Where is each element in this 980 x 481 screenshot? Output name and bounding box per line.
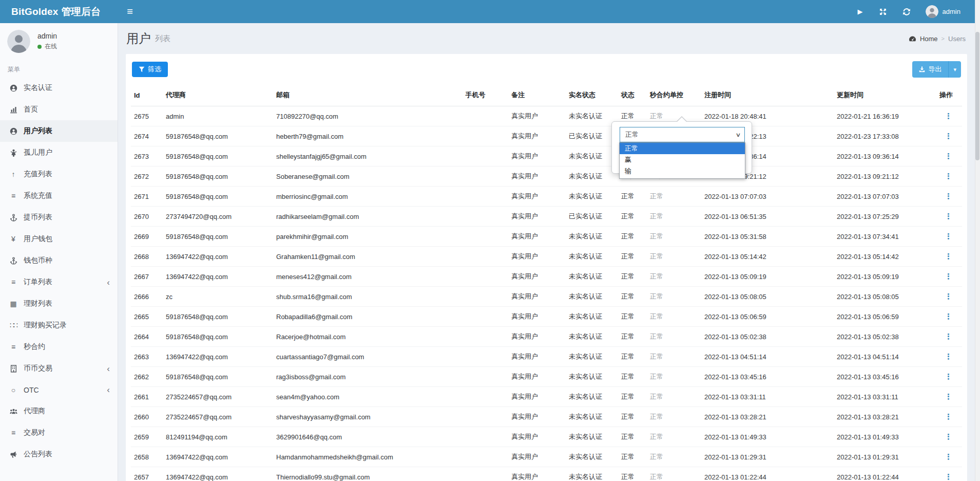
cell-actions: ⋮ xyxy=(936,227,962,247)
table-row: 2659812491194@qq.com3629901646@qq.com真实用… xyxy=(131,427,962,447)
row-actions-button[interactable]: ⋮ xyxy=(939,312,957,321)
table-row: 2669591876548@qq.comparekhmihir@gmail.co… xyxy=(131,227,962,247)
fullscreen-button[interactable] xyxy=(871,0,895,23)
cell-note: 真实用户 xyxy=(508,387,566,407)
cell-contract-control[interactable]: 正常 xyxy=(647,327,701,347)
cell-contract-control[interactable]: 正常 xyxy=(647,407,701,427)
row-actions-button[interactable]: ⋮ xyxy=(939,372,957,381)
cell-contract-control[interactable]: 正常 xyxy=(647,227,701,247)
cell-note: 真实用户 xyxy=(508,267,566,287)
row-actions-button[interactable]: ⋮ xyxy=(939,452,957,461)
sidebar-item-秒合约[interactable]: ≡秒合约 xyxy=(0,336,118,358)
cell-contract-control[interactable]: 正常 xyxy=(647,207,701,227)
cell-updated-at: 2022-01-13 05:06:59 xyxy=(834,307,936,327)
select-option-赢[interactable]: 赢 xyxy=(620,154,745,165)
sidebar-item-系统充值[interactable]: ≡系统充值 xyxy=(0,185,118,207)
cell-contract-control[interactable]: 正常 xyxy=(647,287,701,307)
cell-contract-control[interactable]: 正常 xyxy=(647,267,701,287)
cell-contract-control[interactable]: 正常 xyxy=(647,187,701,207)
sidebar-item-充值列表[interactable]: ↑充值列表 xyxy=(0,163,118,185)
sidebar-item-OTC[interactable]: ○OTC‹ xyxy=(0,379,118,400)
row-actions-button[interactable]: ⋮ xyxy=(939,412,957,421)
cell-contract-control[interactable]: 正常 xyxy=(647,387,701,407)
cell-contract-control[interactable]: 正常 xyxy=(647,367,701,387)
cell-created-at: 2022-01-13 06:51:35 xyxy=(701,207,834,227)
sidebar-item-币币交易[interactable]: 币币交易‹ xyxy=(0,358,118,379)
cell-contract-control[interactable]: 正常 xyxy=(647,427,701,447)
breadcrumb-home-link[interactable]: Home xyxy=(920,35,938,43)
row-actions-button[interactable]: ⋮ xyxy=(939,272,957,281)
play-button[interactable]: ▶ xyxy=(850,0,871,23)
cell-status: 正常 xyxy=(618,187,647,207)
cell-created-at: 2022-01-13 07:07:03 xyxy=(701,187,834,207)
table-row: 2666zcshub.srma16@gmail.com真实用户未实名认证正常正常… xyxy=(131,287,962,307)
sidebar-item-订单列表[interactable]: ≡订单列表‹ xyxy=(0,271,118,293)
cell-contract-control[interactable]: 正常 xyxy=(647,467,701,481)
row-actions-button[interactable]: ⋮ xyxy=(939,432,957,441)
row-actions-button[interactable]: ⋮ xyxy=(939,152,957,160)
page-subtitle: 列表 xyxy=(155,34,170,44)
export-button[interactable]: 导出 xyxy=(912,61,948,78)
filter-button[interactable]: 筛选 xyxy=(132,62,168,77)
cell-status: 正常 xyxy=(618,427,647,447)
sidebar-item-提币列表[interactable]: 提币列表 xyxy=(0,207,118,228)
table-row: 2673591876548@qq.comshelleystanfajgj65@g… xyxy=(131,146,962,166)
cell-email: Hamdanmohammedsheikh@gmail.com xyxy=(273,447,443,467)
cell-id: 2673 xyxy=(131,146,163,166)
row-actions-button[interactable]: ⋮ xyxy=(939,172,957,180)
cell-phone xyxy=(443,267,508,287)
column-header-注册时间: 注册时间 xyxy=(701,85,834,106)
cell-contract-control[interactable]: 正常 xyxy=(647,347,701,367)
order-control-select[interactable]: 正常 ∨ xyxy=(620,127,745,142)
sidebar-item-理财购买记录[interactable]: ∷∷理财购买记录 xyxy=(0,314,118,336)
cell-status: 正常 xyxy=(618,327,647,347)
scrollbar-thumb[interactable] xyxy=(975,32,979,160)
cell-contract-control[interactable]: 正常 xyxy=(647,307,701,327)
sidebar-item-用户列表[interactable]: 用户列表 xyxy=(0,120,118,142)
row-actions-button[interactable]: ⋮ xyxy=(939,252,957,261)
sidebar-item-用户钱包[interactable]: ¥用户钱包 xyxy=(0,228,118,250)
row-actions-button[interactable]: ⋮ xyxy=(939,192,957,200)
sidebar-item-label: 充值列表 xyxy=(24,170,52,179)
sidebar-item-label: 实名认证 xyxy=(24,83,52,92)
vertical-scrollbar[interactable] xyxy=(975,0,980,481)
cell-email: sean4m@yahoo.com xyxy=(273,387,443,407)
users-icon xyxy=(8,408,19,415)
row-actions-button[interactable]: ⋮ xyxy=(939,472,957,481)
sidebar-item-孤儿用户[interactable]: 孤儿用户 xyxy=(0,142,118,163)
cell-email: parekhmihir@gmail.com xyxy=(273,227,443,247)
row-actions-button[interactable]: ⋮ xyxy=(939,112,957,120)
sidebar-item-代理商[interactable]: 代理商 xyxy=(0,400,118,422)
navbar-user-menu[interactable]: admin xyxy=(918,0,968,23)
cell-created-at: 2022-01-13 05:09:19 xyxy=(701,267,834,287)
cell-email: rag3isboss@gmail.com xyxy=(273,367,443,387)
row-actions-button[interactable]: ⋮ xyxy=(939,212,957,220)
select-option-正常[interactable]: 正常 xyxy=(620,143,745,154)
sidebar-item-理财列表[interactable]: ▦理财列表 xyxy=(0,293,118,314)
row-actions-button[interactable]: ⋮ xyxy=(939,392,957,401)
export-dropdown-toggle[interactable]: ▾ xyxy=(948,61,961,78)
sidebar-item-公告列表[interactable]: 公告列表 xyxy=(0,443,118,465)
row-actions-button[interactable]: ⋮ xyxy=(939,332,957,341)
cell-contract-control[interactable]: 正常 xyxy=(647,447,701,467)
row-actions-button[interactable]: ⋮ xyxy=(939,132,957,140)
cell-note: 真实用户 xyxy=(508,106,566,126)
sidebar-item-实名认证[interactable]: 实名认证 xyxy=(0,77,118,99)
row-actions-button[interactable]: ⋮ xyxy=(939,352,957,361)
brand-logo[interactable]: BitGoldex 管理后台 xyxy=(0,0,118,23)
cell-note: 真实用户 xyxy=(508,407,566,427)
cell-updated-at: 2022-01-13 05:08:05 xyxy=(834,287,936,307)
refresh-button[interactable] xyxy=(895,0,918,23)
row-actions-button[interactable]: ⋮ xyxy=(939,232,957,240)
cell-id: 2664 xyxy=(131,327,163,347)
cell-email: Racerjoe@hotmail.com xyxy=(273,327,443,347)
column-header-手机号: 手机号 xyxy=(443,85,508,106)
sidebar-item-首页[interactable]: 首页 xyxy=(0,99,118,120)
select-option-输[interactable]: 输 xyxy=(620,165,745,177)
navbar-avatar xyxy=(926,5,938,18)
row-actions-button[interactable]: ⋮ xyxy=(939,292,957,301)
sidebar-item-钱包币种[interactable]: 钱包币种 xyxy=(0,250,118,271)
sidebar-item-交易对[interactable]: ≡交易对 xyxy=(0,422,118,443)
sidebar-toggle-button[interactable]: ≡ xyxy=(118,0,142,23)
cell-contract-control[interactable]: 正常 xyxy=(647,247,701,267)
